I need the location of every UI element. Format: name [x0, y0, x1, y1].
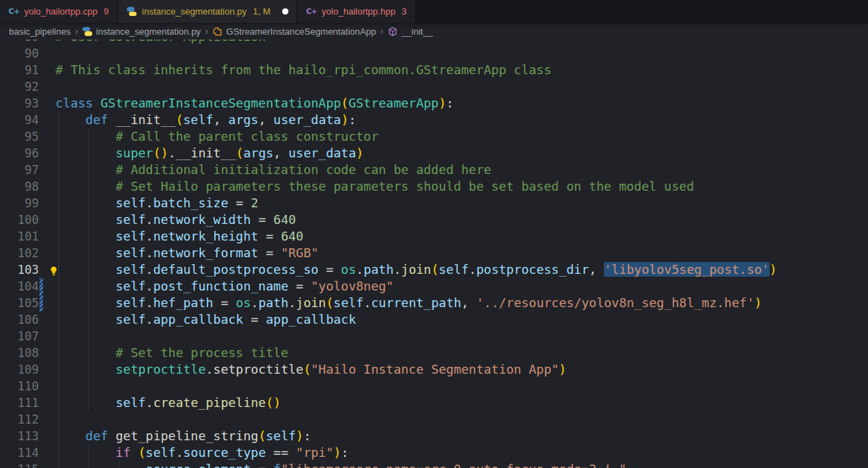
git-modified-marker[interactable] — [40, 278, 43, 295]
code-line-100[interactable]: 100 self.network_width = 640 — [0, 211, 868, 228]
line-number[interactable]: 93 — [0, 95, 39, 112]
code-line-93[interactable]: 93class GStreamerInstanceSegmentationApp… — [0, 95, 868, 112]
line-content: self.batch_size = 2 — [47, 195, 868, 211]
code-token: ) — [770, 262, 777, 277]
code-line-108[interactable]: 108 # Set the process title — [0, 345, 868, 361]
code-line-95[interactable]: 95 # Call the parent class constructor — [0, 128, 868, 145]
code-line-104[interactable]: 104 self.post_function_name = "yolov8neg… — [0, 278, 868, 295]
code-line-101[interactable]: 101 self.network_height = 640 — [0, 228, 868, 245]
line-number[interactable]: 97 — [0, 162, 39, 178]
code-line-112[interactable]: 112 — [0, 411, 868, 428]
gutter-marker-zone — [39, 345, 47, 361]
code-token: ( — [236, 146, 243, 160]
tab-yolo-hailortpp-hpp[interactable]: C+yolo_hailortpp.hpp3 — [297, 0, 415, 23]
line-number[interactable]: 113 — [0, 428, 39, 444]
code-line-110[interactable]: 110 — [0, 378, 868, 395]
line-number[interactable]: 114 — [0, 444, 39, 461]
line-number[interactable]: 105 — [0, 295, 39, 311]
code-token: , — [273, 146, 288, 160]
gutter-marker-zone — [39, 328, 47, 345]
line-number[interactable]: 112 — [0, 411, 39, 428]
git-modified-marker[interactable] — [40, 295, 43, 311]
code-token: . — [146, 295, 153, 310]
indent-guide — [88, 211, 89, 228]
breadcrumb-item[interactable]: __init__ — [388, 26, 433, 37]
line-content: def __init__(self, args, user_data): — [47, 112, 868, 128]
gutter-marker-zone — [39, 361, 47, 378]
code-token: . — [146, 245, 153, 260]
lightbulb-icon[interactable] — [49, 264, 59, 275]
line-number[interactable]: 104 — [0, 278, 39, 295]
code-line-96[interactable]: 96 super().__init__(args, user_data) — [0, 145, 868, 162]
indent-guide — [58, 211, 59, 228]
code-token: source_element — [146, 462, 251, 468]
line-number[interactable]: 111 — [0, 395, 39, 411]
code-token — [55, 428, 85, 443]
line-number[interactable]: 94 — [0, 112, 39, 128]
line-number[interactable]: 95 — [0, 128, 39, 145]
code-line-105[interactable]: 105 self.hef_path = os.path.join(self.cu… — [0, 295, 868, 311]
code-token: GStreamerApp — [349, 96, 439, 110]
line-number[interactable]: 109 — [0, 361, 39, 378]
code-line-109[interactable]: 109 setproctitle.setproctitle("Hailo Ins… — [0, 361, 868, 378]
gutter-marker-zone — [39, 78, 47, 95]
line-number[interactable]: 108 — [0, 345, 39, 361]
line-number[interactable]: 102 — [0, 245, 39, 261]
code-line-115[interactable]: 115 source_element = f"libcamerasrc name… — [0, 461, 868, 468]
line-number[interactable]: 100 — [0, 211, 39, 228]
code-token: args — [228, 112, 258, 127]
code-token: "yolov8neg" — [311, 279, 394, 293]
code-line-91[interactable]: 91# This class inherits from the hailo_r… — [0, 62, 868, 78]
code-line-97[interactable]: 97 # Additional initialization code can … — [0, 162, 868, 178]
line-number[interactable]: 99 — [0, 195, 39, 211]
tab-yolo-hailortpp-cpp[interactable]: C+yolo_hailortpp.cpp9 — [0, 0, 118, 23]
breadcrumb-item[interactable]: basic_pipelines — [9, 26, 71, 37]
line-number[interactable]: 101 — [0, 228, 39, 245]
code-token: self — [116, 262, 146, 277]
gutter-marker-zone — [39, 145, 47, 162]
line-number[interactable]: 115 — [0, 461, 39, 468]
tab-instance-segmentation-py[interactable]: instance_segmentation.py1, M — [118, 0, 297, 23]
code-token: . — [288, 295, 296, 310]
code-line-90[interactable]: 90 — [0, 45, 868, 62]
code-token: self — [116, 229, 146, 243]
line-number[interactable]: 89 — [0, 40, 39, 45]
line-number[interactable]: 90 — [0, 45, 39, 62]
gutter-marker-zone — [39, 395, 47, 411]
code-line-114[interactable]: 114 if (self.source_type == "rpi"): — [0, 444, 868, 461]
code-line-92[interactable]: 92 — [0, 78, 868, 95]
code-token — [55, 245, 116, 260]
unsaved-changes-dot[interactable] — [282, 8, 288, 15]
breadcrumb-item[interactable]: GStreamerInstanceSegmentationApp — [212, 26, 376, 37]
line-number[interactable]: 110 — [0, 378, 39, 395]
line-number[interactable]: 91 — [0, 62, 39, 78]
line-number[interactable]: 98 — [0, 178, 39, 195]
line-number[interactable]: 96 — [0, 145, 39, 162]
code-token: path — [259, 295, 288, 310]
code-token: user_data — [273, 112, 341, 127]
code-token — [55, 212, 116, 227]
line-content: self.network_height = 640 — [47, 228, 868, 245]
code-line-106[interactable]: 106 self.app_callback = app_callback — [0, 311, 868, 328]
code-line-107[interactable]: 107 — [0, 328, 868, 345]
code-line-103[interactable]: 103 self.default_postprocess_so = os.pat… — [0, 261, 868, 278]
code-line-99[interactable]: 99 self.batch_size = 2 — [0, 195, 868, 211]
code-line-98[interactable]: 98 # Set Hailo parameters these paramete… — [0, 178, 868, 195]
code-line-94[interactable]: 94 def __init__(self, args, user_data): — [0, 112, 868, 128]
code-line-89[interactable]: 89# User Gstreamer Application — [0, 40, 868, 45]
code-line-111[interactable]: 111 self.create_pipeline() — [0, 395, 868, 411]
symbol-method-icon — [388, 26, 398, 37]
code-scroll: 89# User Gstreamer Application9091# This… — [0, 40, 868, 468]
breadcrumb-item[interactable]: instance_segmentation.py — [83, 26, 201, 37]
line-number[interactable]: 107 — [0, 328, 39, 345]
code-line-113[interactable]: 113 def get_pipeline_string(self): — [0, 428, 868, 444]
indent-guide — [88, 345, 89, 361]
line-number[interactable]: 92 — [0, 78, 39, 95]
gutter-marker-zone — [39, 128, 47, 145]
line-number[interactable]: 106 — [0, 311, 39, 328]
line-number[interactable]: 103 — [0, 261, 39, 278]
code-line-102[interactable]: 102 self.network_format = "RGB" — [0, 245, 868, 261]
code-token: ) — [439, 96, 446, 110]
code-token — [55, 312, 116, 327]
code-editor[interactable]: 89# User Gstreamer Application9091# This… — [0, 40, 868, 468]
